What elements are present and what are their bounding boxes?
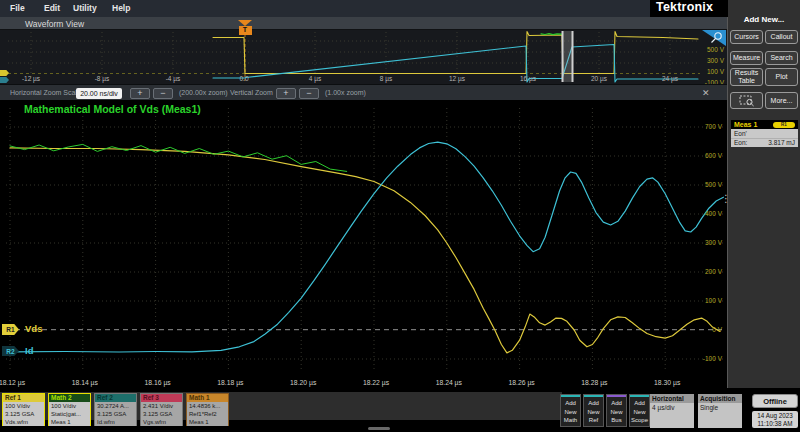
meas1-source-pill: R1 bbox=[773, 122, 795, 128]
v-zoom-minus-button[interactable]: − bbox=[299, 88, 319, 99]
badge-math1-title: Math 1 bbox=[187, 394, 228, 402]
main-x-label-1: 18.14 µs bbox=[65, 379, 105, 386]
overview-x-label-6: 12 µs bbox=[441, 75, 473, 82]
horizontal-zoom-scale-label: Horizontal Zoom Scale bbox=[10, 89, 81, 96]
add-ref-l3: Ref bbox=[589, 417, 598, 423]
zoom-box-left-handle[interactable] bbox=[562, 31, 564, 82]
main-traces bbox=[10, 142, 723, 353]
main-x-label-5: 18.22 µs bbox=[356, 379, 396, 386]
trigger-flag[interactable]: T bbox=[238, 20, 252, 34]
overview-x-label-5: 8 µs bbox=[370, 75, 402, 82]
acquisition-badge[interactable]: Acquisition Single bbox=[698, 394, 742, 427]
badge-ref3-title: Ref 3 bbox=[141, 394, 182, 402]
more-button[interactable]: More... bbox=[765, 92, 798, 109]
horizontal-zoom-scale-value[interactable]: 20.00 ns/div bbox=[76, 88, 122, 99]
main-x-label-3: 18.18 µs bbox=[210, 379, 250, 386]
badge-ref2-source: Id.wfm bbox=[95, 418, 136, 426]
datetime-display: 14 Aug 2023 11:10:38 AM bbox=[752, 411, 798, 428]
badge-ref3[interactable]: Ref 3 2.431 V/div 3.125 GSA Vgs.wfm bbox=[140, 393, 183, 426]
main-x-label-7: 18.26 µs bbox=[502, 379, 542, 386]
h-zoom-minus-button[interactable]: − bbox=[153, 88, 173, 99]
add-scope-l2: New bbox=[633, 409, 645, 415]
callout-button[interactable]: Callout bbox=[765, 30, 798, 44]
badge-ref1-title: Ref 1 bbox=[3, 394, 44, 402]
h-zoom-factor: (200.00x zoom) bbox=[179, 89, 228, 96]
add-ref-l1: Add bbox=[588, 400, 599, 406]
add-new-math-button[interactable]: Add New Math bbox=[560, 394, 581, 427]
overview-x-label-1: -8 µs bbox=[86, 75, 118, 82]
add-math-l3: Math bbox=[564, 417, 577, 423]
menu-file[interactable]: File bbox=[10, 3, 25, 13]
main-y-label-4: 300 V bbox=[688, 239, 722, 246]
vertical-zoom-label: Vertical Zoom bbox=[230, 89, 273, 96]
meas1-row2-value: 3.817 mJ bbox=[768, 139, 795, 146]
add-bus-l2: New bbox=[610, 409, 622, 415]
badge-ref2-title: Ref 2 bbox=[95, 394, 136, 402]
overview-x-label-0: -12 µs bbox=[15, 75, 47, 82]
overview-y-label-2: 100 V bbox=[692, 68, 724, 75]
tab-bar: Waveform View bbox=[0, 17, 728, 30]
main-y-label-2: 500 V bbox=[688, 181, 722, 188]
search-button[interactable]: Search bbox=[765, 51, 798, 65]
trace-Math2-overview bbox=[541, 34, 562, 35]
horizontal-badge[interactable]: Horizontal 4 µs/div bbox=[650, 394, 694, 427]
badge-math2[interactable]: Math 2 100 V/div Static|gat... Meas 1 bbox=[48, 393, 91, 426]
zoom-box-right-handle[interactable] bbox=[572, 31, 574, 82]
menu-edit[interactable]: Edit bbox=[44, 3, 60, 13]
h-zoom-plus-button[interactable]: + bbox=[130, 88, 150, 99]
badge-math2-scale: 100 V/div bbox=[49, 402, 90, 410]
zoom-close-icon[interactable]: ✕ bbox=[702, 88, 710, 98]
badge-math1[interactable]: Math 1 14.4836 k... Ref1*Ref2 Meas 1 bbox=[186, 393, 229, 426]
overview-x-label-4: 4 µs bbox=[299, 75, 331, 82]
trace-Id-Ref2 bbox=[10, 142, 723, 352]
v-zoom-plus-button[interactable]: + bbox=[276, 88, 296, 99]
menu-help[interactable]: Help bbox=[112, 3, 130, 13]
bottom-bar: Ref 1 100 V/div 3.125 GSA Vds.wfm Math 2… bbox=[0, 388, 800, 432]
badge-math2-source: Meas 1 bbox=[49, 418, 90, 426]
acquisition-value: Single bbox=[698, 403, 742, 428]
ref1-trace-label: Vds bbox=[25, 323, 42, 334]
meas1-title: Meas 1 bbox=[734, 121, 757, 128]
horizontal-title: Horizontal bbox=[650, 394, 694, 403]
main-waveform-view[interactable]: Mathematical Model of Vds (Meas1) 700 V6… bbox=[0, 100, 728, 388]
meas1-row2-label: Eon: bbox=[734, 139, 747, 146]
main-y-label-3: 400 V bbox=[688, 210, 722, 217]
meas1-body: Eon' Eon: 3.817 mJ bbox=[731, 129, 798, 147]
measure-button[interactable]: Measure bbox=[730, 51, 763, 65]
panel-drag-handle[interactable]: ⋮ bbox=[721, 196, 731, 201]
zoom-selection-box[interactable] bbox=[563, 31, 573, 82]
dock-scrollbar[interactable] bbox=[368, 427, 390, 430]
cursors-button[interactable]: Cursors bbox=[730, 30, 763, 44]
zoom-overview-button[interactable] bbox=[730, 92, 763, 109]
badge-ref2[interactable]: Ref 2 30.2724 A... 3.125 GSA Id.wfm bbox=[94, 393, 137, 426]
zoom-overview-icon[interactable] bbox=[702, 30, 726, 46]
tab-waveform-view[interactable]: Waveform View bbox=[25, 19, 84, 29]
main-x-label-0: 18.12 µs bbox=[0, 379, 32, 386]
results-table-button[interactable]: Results Table bbox=[730, 68, 763, 86]
add-new-scope-button[interactable]: Add New Scope bbox=[629, 394, 650, 427]
badge-ref2-samplerate: 3.125 GSA bbox=[95, 410, 136, 418]
plot-button[interactable]: Plot bbox=[765, 68, 798, 86]
menu-utility[interactable]: Utility bbox=[73, 3, 97, 13]
ref2-trace-label: Id bbox=[25, 345, 33, 356]
offline-button[interactable]: Offline bbox=[752, 394, 798, 408]
overview-x-label-3: 0.0 bbox=[228, 75, 260, 82]
add-bus-l3: Bus bbox=[611, 417, 621, 423]
badge-ref1-samplerate: 3.125 GSA bbox=[3, 410, 44, 418]
badge-ref3-source: Vgs.wfm bbox=[141, 418, 182, 426]
horizontal-value: 4 µs/div bbox=[650, 403, 694, 428]
zoom-scale-bar: Horizontal Zoom Scale 20.00 ns/div + − (… bbox=[0, 84, 728, 100]
badge-ref1[interactable]: Ref 1 100 V/div 3.125 GSA Vds.wfm bbox=[2, 393, 45, 426]
add-new-ref-button[interactable]: Add New Ref bbox=[583, 394, 604, 427]
add-bus-l1: Add bbox=[611, 400, 622, 406]
menu-bar: File Edit Utility Help bbox=[0, 0, 650, 17]
meas1-row-eon-prime: Eon' bbox=[731, 129, 798, 138]
meas1-results-badge[interactable]: Meas 1 R1 Eon' Eon: 3.817 mJ bbox=[731, 120, 798, 147]
main-y-label-5: 200 V bbox=[688, 268, 722, 275]
waveform-overview-panel[interactable]: -12 µs-8 µs-4 µs0.04 µs8 µs12 µs16 µs20 … bbox=[0, 30, 728, 84]
zoom-overview-glyph-icon bbox=[739, 95, 755, 107]
main-y-label-0: 700 V bbox=[688, 123, 722, 130]
main-x-label-6: 18.24 µs bbox=[429, 379, 469, 386]
add-new-bus-button[interactable]: Add New Bus bbox=[606, 394, 627, 427]
trace-Vds-Ref1 bbox=[10, 148, 720, 353]
